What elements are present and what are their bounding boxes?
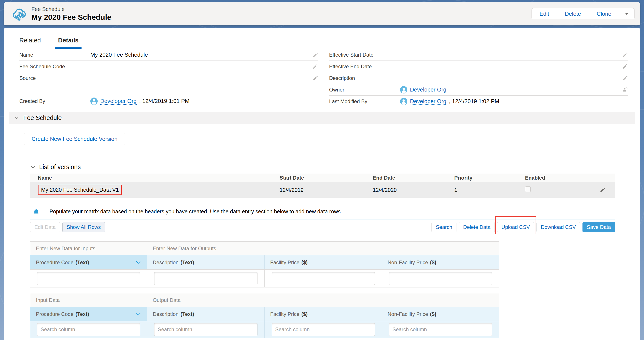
details-field-grid: Name My 2020 Fee Schedule Fee Schedule C… — [4, 49, 640, 107]
enabled-checkbox — [525, 186, 531, 192]
chevron-down-icon — [30, 164, 36, 170]
column-non-facility-price: Non-Facility Price($) — [382, 255, 499, 269]
column-label: Facility Price — [270, 311, 300, 317]
search-button[interactable]: Search — [432, 222, 456, 232]
row-edit-button[interactable] — [581, 187, 615, 193]
tab-details[interactable]: Details — [55, 37, 82, 49]
procedure-code-input[interactable] — [37, 272, 140, 285]
highlight-box: My 2020 Fee Schedule_Data V1 — [38, 185, 122, 195]
column-header-end-date: End Date — [373, 175, 454, 181]
column-non-facility-price: Non-Facility Price($) — [382, 307, 499, 321]
column-header-name: Name — [30, 175, 280, 181]
record-detail-card: Related Details Name My 2020 Fee Schedul… — [4, 28, 640, 340]
column-header-start-date: Start Date — [280, 175, 373, 181]
avatar — [400, 98, 408, 105]
entry-cell — [264, 270, 382, 287]
search-column-input[interactable] — [389, 323, 492, 336]
last-modified-by-link[interactable]: Developer Org — [410, 98, 446, 105]
inline-edit-button[interactable] — [618, 75, 628, 81]
record-header-left: Fee Schedule My 2020 Fee Schedule — [12, 6, 112, 22]
search-cell — [147, 321, 264, 338]
list-of-versions-title: List of versions — [39, 163, 81, 171]
column-type: ($) — [301, 311, 308, 317]
inline-edit-button[interactable] — [309, 64, 318, 69]
record-actions: Edit Delete Clone — [532, 8, 634, 19]
column-label: Procedure Code — [36, 311, 74, 317]
data-column-header-row: Procedure Code(Text) Description(Text) F… — [30, 307, 499, 321]
fee-schedule-cloud-gears-icon — [12, 7, 26, 21]
column-type: ($) — [301, 259, 308, 265]
more-actions-button[interactable] — [619, 8, 634, 19]
created-by-datetime: , 12/4/2019 1:01 PM — [139, 98, 190, 104]
created-by-link[interactable]: Developer Org — [100, 98, 136, 104]
entry-cell — [147, 270, 264, 287]
inline-edit-button[interactable] — [309, 52, 318, 58]
column-procedure-code[interactable]: Procedure Code(Text) — [30, 255, 147, 269]
non-facility-price-input[interactable] — [389, 272, 492, 285]
field-name: Name My 2020 Fee Schedule — [19, 49, 318, 61]
search-cell — [382, 321, 499, 338]
field-effective-start-date: Effective Start Date — [329, 49, 628, 61]
facility-price-input[interactable] — [272, 272, 375, 285]
column-label: Description — [153, 311, 178, 317]
upload-csv-wrapper: Upload CSV — [497, 222, 534, 232]
search-row — [30, 321, 499, 338]
field-label: Owner — [329, 87, 400, 93]
inline-edit-button[interactable] — [618, 64, 628, 69]
search-column-input[interactable] — [37, 323, 140, 336]
column-type: ($) — [430, 259, 436, 265]
list-of-versions-header[interactable]: List of versions — [30, 163, 640, 171]
data-entry-table: Enter New Data for Inputs Enter New Data… — [30, 241, 499, 287]
column-label: Procedure Code — [36, 259, 74, 265]
fee-schedule-section-header[interactable]: Fee Schedule — [8, 112, 636, 124]
chevron-down-icon — [135, 259, 141, 265]
search-column-input[interactable] — [272, 323, 375, 336]
search-column-input[interactable] — [154, 323, 258, 336]
field-effective-end-date: Effective End Date — [329, 61, 628, 72]
table-row[interactable]: My 2020 Fee Schedule_Data V1 12/4/2019 1… — [30, 182, 615, 198]
download-csv-button[interactable]: Download CSV — [536, 222, 580, 232]
delete-button[interactable]: Delete — [557, 8, 589, 19]
column-label-group: Procedure Code(Text) — [36, 311, 89, 317]
edit-pencil-icon — [622, 52, 628, 58]
column-label-group: Procedure Code(Text) — [36, 259, 89, 265]
show-all-rows-button[interactable]: Show All Rows — [62, 222, 105, 232]
description-input[interactable] — [154, 272, 258, 285]
delete-data-button[interactable]: Delete Data — [459, 222, 495, 232]
version-name: My 2020 Fee Schedule_Data V1 — [41, 187, 119, 193]
column-procedure-code[interactable]: Procedure Code(Text) — [30, 307, 147, 321]
upload-csv-button[interactable]: Upload CSV — [497, 222, 534, 232]
inline-edit-button[interactable] — [618, 52, 628, 58]
entry-input-row — [30, 270, 499, 287]
column-type: (Text) — [180, 311, 194, 317]
matrix-toolbar: Edit Data Show All Rows Search Delete Da… — [30, 222, 615, 232]
bell-icon — [33, 208, 40, 215]
field-created-by: Created By Developer Org , 12/4/2019 1:0… — [19, 95, 318, 107]
field-label: Fee Schedule Code — [19, 64, 90, 70]
change-owner-icon — [622, 87, 628, 93]
field-label: Created By — [19, 98, 90, 104]
clone-button[interactable]: Clone — [589, 8, 619, 19]
column-type: ($) — [430, 311, 436, 317]
group-header-input-data: Input Data — [30, 293, 147, 307]
column-header-priority: Priority — [454, 175, 521, 181]
inline-edit-button[interactable] — [309, 75, 318, 81]
change-owner-button[interactable] — [618, 87, 628, 93]
versions-table: Name Start Date End Date Priority Enable… — [30, 174, 615, 198]
create-new-fee-schedule-version-button[interactable]: Create New Fee Schedule Version — [24, 133, 125, 145]
edit-button[interactable]: Edit — [532, 8, 557, 19]
save-data-button[interactable]: Save Data — [582, 222, 615, 232]
edit-data-button[interactable]: Edit Data — [30, 222, 60, 232]
toolbar-right-group: Search Delete Data Upload CSV Download C… — [432, 222, 615, 232]
version-enabled-cell — [521, 186, 581, 193]
field-value: Developer Org , 12/4/2019 1:01 PM — [90, 98, 318, 105]
field-label: Description — [329, 75, 400, 81]
entry-cell — [30, 270, 147, 287]
avatar — [90, 98, 98, 105]
tab-bar: Related Details — [4, 28, 640, 49]
tab-related[interactable]: Related — [16, 37, 44, 49]
field-value: Developer Org , 12/4/2019 1:02 PM — [400, 98, 628, 105]
owner-link[interactable]: Developer Org — [410, 86, 446, 93]
field-spacer — [19, 84, 318, 95]
toolbar-left-group: Edit Data Show All Rows — [30, 222, 105, 232]
